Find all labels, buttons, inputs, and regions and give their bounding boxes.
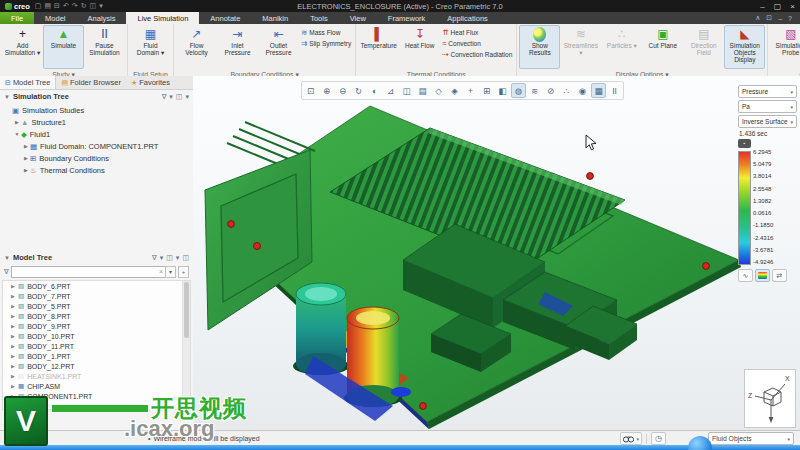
inlet-pressure-icon[interactable]: ⇥ Inlet Pressure (217, 25, 258, 69)
menu-tab[interactable]: Manikin (251, 12, 299, 24)
expand-caret-icon[interactable]: ▶ (22, 167, 30, 173)
expand-caret-icon[interactable]: ▼ (13, 131, 21, 137)
model-tree-part-row[interactable]: ▶ ▧ BODY_5.PRT (3, 301, 190, 311)
simulation-tree-row[interactable]: ▶ ▦ Fluid Domain: COMPONENT1.PRT (0, 140, 193, 152)
3d-viewport[interactable]: ⊡⊕⊖↻◐⊿◫▤◇◈+⊞◧◍≋⊘∴◉▦II (193, 76, 800, 430)
open-file-icon[interactable]: ▤ (44, 2, 51, 10)
appearance-icon[interactable]: ◍ (511, 83, 526, 98)
expand-caret-icon[interactable]: ▶ (13, 119, 21, 125)
simulation-tree-row[interactable]: ▶ ⊞ Boundary Conditions (0, 152, 193, 164)
model-tree-part-row[interactable]: ▶ ▩ CHIP.ASM (3, 381, 190, 391)
expand-caret-icon[interactable]: ▶ (11, 283, 18, 289)
named-views-icon[interactable]: ◫ (399, 83, 414, 98)
simulation-tree-row[interactable]: ▶ ♨ Thermal Conditions (0, 164, 193, 176)
orientation-triad[interactable]: X Z (744, 369, 796, 428)
expand-caret-icon[interactable]: ▶ (11, 293, 18, 299)
simulation-tree-row[interactable]: ▼ ◆ Fluid1 (0, 128, 193, 140)
filter-dropdown-icon[interactable]: ▾ (165, 266, 176, 278)
redo-icon[interactable]: ↷ (72, 2, 78, 10)
tree-filter-icon[interactable]: ∇ (162, 93, 167, 101)
annotation-display-icon[interactable]: ◈ (447, 83, 462, 98)
colorbar-toggle-icon[interactable] (755, 269, 770, 282)
settings-caret-icon[interactable]: ▾ (185, 93, 189, 101)
perspective-icon[interactable]: ◇ (431, 83, 446, 98)
pause-simulation-icon[interactable]: II Pause Simulation (84, 25, 125, 69)
tree-filter-icon[interactable]: ∇ (152, 254, 157, 262)
slip-symmetry-icon[interactable]: ⇉ Slip Symmetry (301, 39, 351, 48)
favorites-tab-icon[interactable]: ★ Favorites (126, 76, 175, 89)
tree-settings-icon[interactable]: ◫ (176, 93, 183, 101)
cut-plane-icon[interactable]: ▣ Cut Plane (642, 25, 683, 69)
tree-settings-icon[interactable]: ◫ (166, 254, 173, 262)
refit-icon[interactable]: ⊡ (303, 83, 318, 98)
model-tree-part-row[interactable]: ▶ ▧ BODY_1.PRT (3, 351, 190, 361)
expand-caret-icon[interactable]: ▶ (22, 155, 30, 161)
model-tree-part-row[interactable]: ▶ ▧ BODY_7.PRT (3, 291, 190, 301)
model-tree-filter-input[interactable] (11, 266, 168, 278)
menu-tab[interactable]: View (339, 12, 377, 24)
particles-icon[interactable]: ∴ Particles ▾ (601, 25, 642, 69)
display-style-icon[interactable]: ◐ (367, 83, 382, 98)
menu-tab[interactable]: Analysis (77, 12, 127, 24)
expand-caret-icon[interactable]: ▶ (11, 313, 18, 319)
resize-icon[interactable]: – (778, 15, 782, 22)
simulation-probe-icon[interactable]: ▧ Simulation Probe (770, 25, 800, 69)
legend-surface-select[interactable]: Inverse Surface ▾ (738, 115, 797, 128)
legend-quantity-select[interactable]: Pressure ▾ (738, 85, 797, 98)
explode-view-icon[interactable]: ∴ (559, 83, 574, 98)
zoom-out-icon[interactable]: ⊖ (335, 83, 350, 98)
spin-center-icon[interactable]: + (463, 83, 478, 98)
collapse-caret-icon[interactable]: ▼ (4, 94, 10, 100)
results-quality-icon[interactable]: ◉ (575, 83, 590, 98)
expand-caret-icon[interactable]: ▶ (11, 353, 18, 359)
settings-caret-icon[interactable]: ▾ (176, 254, 180, 262)
expand-caret-icon[interactable]: ▶ (11, 303, 18, 309)
3d-dragger-icon[interactable]: ⊞ (479, 83, 494, 98)
expand-caret-icon[interactable]: ▶ (22, 143, 30, 149)
folder-browser-tab-icon[interactable]: ▤ Folder Browser (56, 76, 125, 89)
convection-radiation-icon[interactable]: ⇢ Convection Radiation (442, 50, 512, 59)
fluid-domain-icon[interactable]: ▦ Fluid Domain ▾ (130, 25, 171, 69)
expand-caret-icon[interactable]: ▶ (11, 363, 18, 369)
windows-icon[interactable]: ◫ (90, 2, 97, 10)
minimize-ribbon-icon[interactable]: ∧ (755, 14, 760, 22)
show-results-icon[interactable]: Show Results (519, 25, 560, 69)
simulate-icon[interactable]: ▲ Simulate (43, 25, 84, 69)
outlet-pressure-icon[interactable]: ⇤ Outlet Pressure (258, 25, 299, 69)
expand-caret-icon[interactable]: ▶ (11, 343, 18, 349)
expand-caret-icon[interactable]: ▶ (11, 323, 18, 329)
model-tree-part-row[interactable]: ▶ ▧ BODY_11.PRT (3, 341, 190, 351)
pause-refresh-icon[interactable]: II (607, 83, 622, 98)
simulation-objects-display-icon[interactable]: ◣ Simulation Objects Display (724, 25, 765, 69)
fluid-objects-select[interactable]: Fluid Objects ▾ (708, 432, 794, 445)
model-tree-part-row[interactable]: ▶ ▧ HEATSINK1.PRT (3, 371, 190, 381)
model-tree-part-row[interactable]: ▶ ▧ BODY_9.PRT (3, 321, 190, 331)
help-icon[interactable]: ? (788, 15, 792, 22)
menu-tab[interactable]: File (0, 12, 34, 24)
scrollbar-thumb[interactable] (184, 282, 189, 338)
regenerate-status-icon[interactable]: ◷ (651, 432, 666, 445)
menu-tab[interactable]: Live Simulation (126, 12, 199, 24)
model-tree-part-row[interactable]: ▶ ▧ BODY_10.PRT (3, 331, 190, 341)
temperature-icon[interactable]: ▌ Temperature (358, 25, 399, 69)
legend-unit-select[interactable]: Pa ▾ (738, 100, 797, 113)
simulation-tree-row[interactable]: ▣ Simulation Studies (0, 104, 193, 116)
direction-field-icon[interactable]: ▤ Direction Field (683, 25, 724, 69)
model-tree-tab-icon[interactable]: ⊟ Model Tree (0, 76, 56, 89)
expand-caret-icon[interactable]: ▶ (11, 373, 18, 379)
qat-options-icon[interactable]: ▾ (99, 2, 103, 10)
add-filter-icon[interactable]: + (178, 266, 189, 278)
edit-legend-icon[interactable]: ∿ (738, 269, 753, 282)
chevron-down-icon[interactable]: ▾ (636, 436, 639, 442)
new-file-icon[interactable]: ▢ (35, 2, 42, 10)
tree-columns-icon[interactable]: ◫ (182, 254, 189, 262)
model-tree-part-row[interactable]: ▶ ▧ BODY_8.PRT (3, 311, 190, 321)
expand-caret-icon[interactable]: ▶ (11, 383, 18, 389)
zoom-in-icon[interactable]: ⊕ (319, 83, 334, 98)
mass-flow-icon[interactable]: ≋ Mass Flow (301, 28, 351, 37)
simulation-display-icon[interactable]: ≋ (527, 83, 542, 98)
close-button[interactable]: × (785, 2, 800, 11)
add-simulation-icon[interactable]: + Add Simulation ▾ (2, 25, 43, 69)
undo-icon[interactable]: ↶ (63, 2, 69, 10)
legend-options-icon[interactable]: ▪ (738, 139, 751, 148)
